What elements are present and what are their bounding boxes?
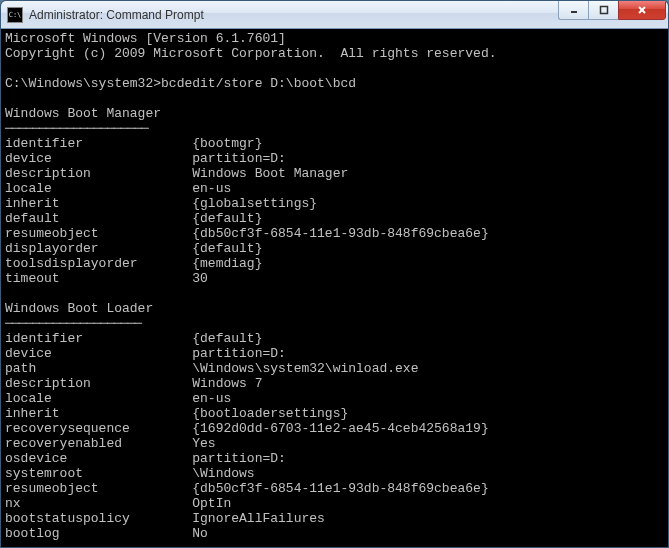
svg-rect-1	[600, 7, 607, 14]
minimize-button[interactable]	[558, 0, 588, 20]
titlebar[interactable]: C:\ Administrator: Command Prompt	[1, 1, 668, 29]
window-title: Administrator: Command Prompt	[29, 8, 558, 22]
maximize-button[interactable]	[588, 0, 618, 20]
window-controls	[558, 1, 666, 28]
command-prompt-window: C:\ Administrator: Command Prompt Micros…	[0, 0, 669, 548]
close-button[interactable]	[618, 0, 666, 20]
console-area[interactable]: Microsoft Windows [Version 6.1.7601] Cop…	[1, 29, 668, 547]
cmd-icon: C:\	[7, 7, 23, 23]
